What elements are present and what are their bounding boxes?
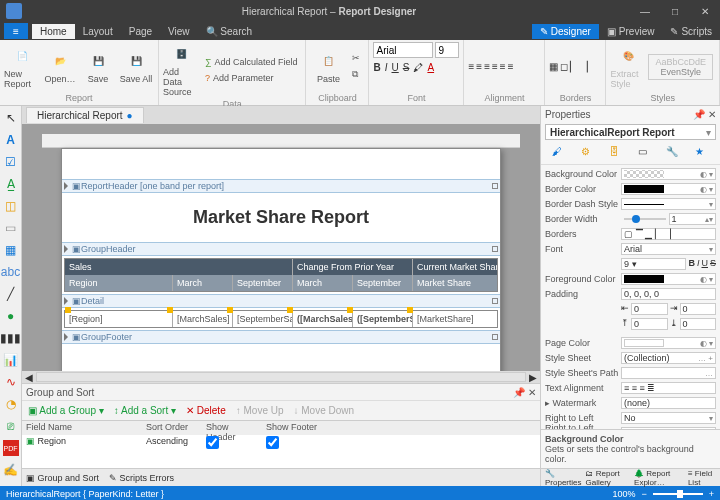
zoom-out-button[interactable]: − bbox=[641, 489, 646, 499]
chart-tool-icon[interactable]: 📊 bbox=[3, 352, 19, 368]
pad-bottom-value[interactable]: 0 bbox=[680, 318, 717, 330]
band-groupfooter[interactable]: ▣ GroupFooter bbox=[62, 330, 500, 344]
prop-borderdash-value[interactable]: ▾ bbox=[621, 198, 716, 210]
cat-data-icon[interactable]: 🗄 bbox=[609, 146, 623, 160]
copy-button[interactable]: ⧉ bbox=[348, 67, 364, 82]
prop-font-value[interactable]: Arial▾ bbox=[621, 243, 716, 255]
align-tc-icon[interactable]: ≡ bbox=[476, 61, 482, 72]
pointer-tool-icon[interactable]: ↖ bbox=[3, 110, 19, 126]
subheader-march1[interactable]: March bbox=[173, 275, 233, 291]
scripts-mode-button[interactable]: ✎ Scripts bbox=[662, 24, 720, 39]
tab-report-explorer[interactable]: 🌲 Report Explor… bbox=[634, 469, 684, 487]
border-r-icon[interactable]: ▕ bbox=[580, 61, 588, 72]
maximize-button[interactable]: □ bbox=[660, 0, 690, 22]
bold-button[interactable]: B bbox=[373, 62, 380, 73]
pdf-tool-icon[interactable]: PDF bbox=[3, 440, 19, 456]
canvas[interactable]: ▣ ReportHeader [one band per report] Mar… bbox=[22, 124, 540, 371]
font-name-input[interactable] bbox=[373, 42, 433, 58]
tab-properties[interactable]: 🔧 Properties bbox=[545, 469, 581, 487]
align-tr-icon[interactable]: ≡ bbox=[484, 61, 490, 72]
tab-report-gallery[interactable]: 🗂 Report Gallery bbox=[585, 469, 630, 487]
moveup-button[interactable]: ↑ Move Up bbox=[236, 405, 284, 416]
prop-rtl-value[interactable]: No▾ bbox=[621, 412, 716, 424]
panel-tool-icon[interactable]: ▭ bbox=[3, 220, 19, 236]
smart-tag-icon[interactable] bbox=[347, 307, 353, 313]
smart-tag-icon[interactable] bbox=[407, 307, 413, 313]
prop-bordercolor-value[interactable]: ◐ ▾ bbox=[621, 183, 716, 195]
prop-borderwidth-value[interactable]: 1▴▾ bbox=[669, 213, 717, 225]
tab-group-sort[interactable]: ▣ Group and Sort bbox=[26, 473, 99, 483]
style-gallery-item[interactable]: AaBbCcDdE EvenStyle bbox=[648, 54, 713, 80]
new-report-button[interactable]: 📄New Report bbox=[4, 44, 40, 89]
subheader-share[interactable]: Market Share bbox=[413, 275, 497, 291]
add-datasource-button[interactable]: 🗄️Add Data Source bbox=[163, 42, 199, 97]
band-reportheader[interactable]: ▣ ReportHeader [one band per report] bbox=[62, 179, 500, 193]
movedown-button[interactable]: ↓ Move Down bbox=[294, 405, 355, 416]
add-calcfield-button[interactable]: ∑Add Calculated Field bbox=[201, 55, 301, 69]
gauge-tool-icon[interactable]: ◔ bbox=[3, 396, 19, 412]
border-l-icon[interactable]: ▏ bbox=[570, 61, 578, 72]
richtext-tool-icon[interactable]: A̲ bbox=[3, 176, 19, 192]
align-mr-icon[interactable]: ≡ bbox=[508, 61, 514, 72]
table-tool-icon[interactable]: ▦ bbox=[3, 242, 19, 258]
border-all-icon[interactable]: ▦ bbox=[549, 61, 558, 72]
file-menu-icon[interactable]: ≡ bbox=[4, 23, 28, 39]
subheader-region[interactable]: Region bbox=[65, 275, 173, 291]
add-sort-button[interactable]: ↕ Add a Sort ▾ bbox=[114, 405, 176, 416]
prop-watermark-value[interactable]: (none) bbox=[621, 397, 716, 409]
smart-tag-icon[interactable] bbox=[287, 307, 293, 313]
pad-left-value[interactable]: 0 bbox=[631, 303, 668, 315]
subheader-march2[interactable]: March bbox=[293, 275, 353, 291]
picture-tool-icon[interactable]: ◫ bbox=[3, 198, 19, 214]
tab-page[interactable]: Page bbox=[121, 24, 160, 39]
prop-padding-value[interactable]: 0, 0, 0, 0 bbox=[621, 288, 716, 300]
barcode-tool-icon[interactable]: ▮▮▮ bbox=[3, 330, 19, 346]
scrollbar-horizontal[interactable]: ◀▶ bbox=[22, 371, 540, 383]
smart-tag-icon[interactable] bbox=[167, 307, 173, 313]
group-row-order[interactable]: Ascending bbox=[142, 435, 202, 450]
borderwidth-slider[interactable] bbox=[624, 218, 666, 220]
prop-fgcolor-value[interactable]: ◐ ▾ bbox=[621, 273, 716, 285]
delete-button[interactable]: ✕ Delete bbox=[186, 405, 226, 416]
zipcode-tool-icon[interactable]: ⎚ bbox=[3, 418, 19, 434]
zoom-slider[interactable] bbox=[653, 493, 703, 495]
shape-tool-icon[interactable]: ● bbox=[3, 308, 19, 324]
font-italic-toggle[interactable]: I bbox=[697, 258, 700, 270]
detail-table[interactable]: [Region] [MarchSales] [SeptemberSales] (… bbox=[64, 310, 498, 328]
border-none-icon[interactable]: ◻ bbox=[560, 61, 568, 72]
doc-tab[interactable]: Hierarchical Report ● bbox=[26, 107, 144, 123]
fontcolor-button[interactable]: A bbox=[427, 62, 434, 73]
detail-share[interactable]: [MarketShare] bbox=[413, 311, 497, 327]
align-ml-icon[interactable]: ≡ bbox=[492, 61, 498, 72]
italic-button[interactable]: I bbox=[385, 62, 388, 73]
show-footer-checkbox[interactable] bbox=[266, 436, 279, 449]
paste-button[interactable]: 📋Paste bbox=[310, 49, 346, 84]
underline-button[interactable]: U bbox=[392, 62, 399, 73]
cat-behavior-icon[interactable]: ⚙ bbox=[581, 146, 595, 160]
prop-bgcolor-value[interactable]: ◐ ▾ bbox=[621, 168, 716, 180]
align-tl-icon[interactable]: ≡ bbox=[468, 61, 474, 72]
header-marketshare[interactable]: Current Market Share bbox=[413, 259, 497, 275]
band-groupheader[interactable]: ▣ GroupHeader bbox=[62, 242, 500, 256]
tab-home[interactable]: Home bbox=[32, 24, 75, 39]
zoom-in-button[interactable]: + bbox=[709, 489, 714, 499]
pad-right-value[interactable]: 0 bbox=[680, 303, 717, 315]
font-underline-toggle[interactable]: U bbox=[701, 258, 708, 270]
subheader-sept2[interactable]: September bbox=[353, 275, 413, 291]
strike-button[interactable]: S bbox=[403, 62, 410, 73]
prop-stylesheet-value[interactable]: (Collection)… + bbox=[621, 352, 716, 364]
smart-tag-icon[interactable] bbox=[227, 307, 233, 313]
group-row[interactable]: ▣ Region Ascending bbox=[22, 434, 540, 450]
add-group-button[interactable]: ▣ Add a Group ▾ bbox=[28, 405, 104, 416]
font-size-input[interactable] bbox=[435, 42, 459, 58]
designer-mode-button[interactable]: ✎ Designer bbox=[532, 24, 599, 39]
align-mc-icon[interactable]: ≡ bbox=[500, 61, 506, 72]
prop-borders-value[interactable]: ▢ ▔ ▁ ▏ ▕ bbox=[621, 228, 716, 240]
prop-stylesheetpath-value[interactable]: … bbox=[621, 367, 716, 379]
properties-panel-buttons[interactable]: 📌 ✕ bbox=[693, 109, 716, 120]
character-comb-tool-icon[interactable]: abc bbox=[3, 264, 19, 280]
cat-appearance-icon[interactable]: 🖌 bbox=[552, 146, 566, 160]
detail-march2[interactable]: ([MarchSales] - bbox=[293, 311, 353, 327]
report-page[interactable]: ▣ ReportHeader [one band per report] Mar… bbox=[61, 148, 501, 371]
smart-tag-icon[interactable] bbox=[65, 307, 71, 313]
